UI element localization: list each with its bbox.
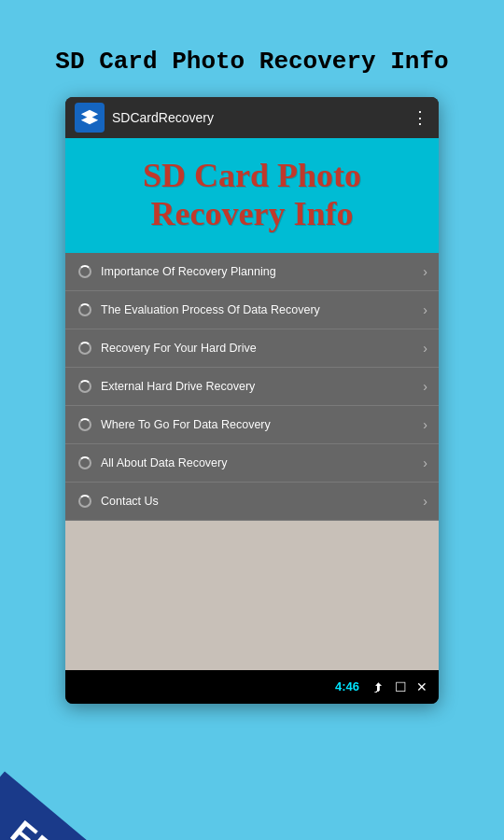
menu-item-spinner-icon	[77, 416, 93, 433]
menu-item-chevron-icon: ›	[423, 341, 427, 356]
menu-item-5[interactable]: Where To Go For Data Recovery›	[65, 406, 439, 444]
menu-list: Importance Of Recovery Planning›The Eval…	[65, 253, 439, 521]
menu-item-label: Importance Of Recovery Planning	[101, 265, 423, 278]
banner-text: SD Card Photo Recovery Info	[80, 157, 424, 234]
menu-item-label: Where To Go For Data Recovery	[101, 418, 423, 431]
content-area	[65, 521, 439, 670]
menu-item-label: All About Data Recovery	[101, 456, 423, 469]
menu-item-spinner-icon	[77, 340, 93, 357]
menu-item-label: External Hard Drive Recovery	[101, 380, 423, 393]
free-ribbon: FREE	[0, 691, 149, 840]
menu-item-spinner-icon	[77, 455, 93, 471]
app-icon	[75, 103, 105, 133]
menu-item-label: Contact Us	[101, 495, 423, 508]
menu-item-chevron-icon: ›	[423, 379, 427, 394]
status-bar-bottom: 4:46 ⮭ ☐ ✕	[65, 670, 439, 704]
menu-item-chevron-icon: ›	[423, 455, 427, 470]
menu-item-spinner-icon	[77, 493, 93, 510]
phone-frame: SDCardRecovery ⋮ SD Card Photo Recovery …	[65, 97, 439, 704]
close-icon[interactable]: ✕	[416, 679, 427, 694]
menu-item-chevron-icon: ›	[423, 417, 427, 432]
menu-item-4[interactable]: External Hard Drive Recovery›	[65, 368, 439, 406]
banner: SD Card Photo Recovery Info	[65, 138, 439, 253]
menu-item-label: The Evaluation Process Of Data Recovery	[101, 303, 423, 316]
free-label: FREE	[0, 784, 137, 840]
menu-item-label: Recovery For Your Hard Drive	[101, 342, 423, 355]
screen-icon: ☐	[395, 679, 407, 694]
menu-item-spinner-icon	[77, 378, 93, 395]
menu-item-chevron-icon: ›	[423, 302, 427, 317]
menu-item-chevron-icon: ›	[423, 264, 427, 279]
menu-item-2[interactable]: The Evaluation Process Of Data Recovery›	[65, 291, 439, 329]
app-name-label: SDCardRecovery	[112, 110, 412, 125]
share-icon: ⮭	[372, 679, 385, 694]
page-title: SD Card Photo Recovery Info	[36, 47, 467, 78]
menu-item-spinner-icon	[77, 301, 93, 318]
menu-item-7[interactable]: Contact Us›	[65, 483, 439, 521]
more-options-icon[interactable]: ⋮	[412, 107, 429, 128]
app-bar: SDCardRecovery ⋮	[65, 97, 439, 138]
free-ribbon-inner: FREE	[0, 771, 147, 840]
menu-item-1[interactable]: Importance Of Recovery Planning›	[65, 253, 439, 291]
menu-item-6[interactable]: All About Data Recovery›	[65, 444, 439, 483]
status-time: 4:46	[335, 679, 359, 693]
menu-item-chevron-icon: ›	[423, 494, 427, 509]
menu-item-3[interactable]: Recovery For Your Hard Drive›	[65, 329, 439, 368]
menu-item-spinner-icon	[77, 263, 93, 280]
